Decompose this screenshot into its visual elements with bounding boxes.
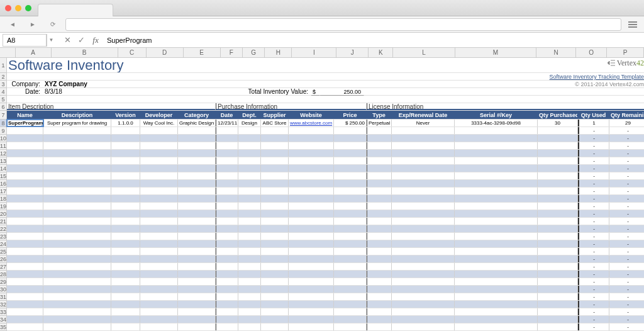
- cell[interactable]: [111, 150, 140, 157]
- cell[interactable]: -: [609, 271, 644, 278]
- cell[interactable]: [238, 301, 261, 308]
- cell[interactable]: [334, 180, 367, 187]
- table-row[interactable]: --: [7, 233, 644, 240]
- cell[interactable]: [538, 271, 578, 278]
- cell[interactable]: [7, 127, 43, 134]
- cell[interactable]: [111, 248, 140, 255]
- cell[interactable]: [392, 157, 455, 164]
- cell[interactable]: [367, 210, 392, 217]
- cell[interactable]: [455, 142, 538, 149]
- cell[interactable]: [289, 142, 334, 149]
- cell[interactable]: -: [578, 150, 609, 157]
- table-row[interactable]: --: [7, 263, 644, 271]
- table-row[interactable]: --: [7, 278, 644, 286]
- cell[interactable]: [238, 203, 261, 210]
- cell[interactable]: -: [609, 203, 644, 210]
- cell[interactable]: [7, 271, 43, 278]
- cell[interactable]: [455, 210, 538, 217]
- cell[interactable]: [289, 180, 334, 187]
- row-header[interactable]: 21: [0, 218, 6, 225]
- cell[interactable]: [140, 286, 178, 293]
- cell[interactable]: [111, 316, 140, 323]
- cell[interactable]: [334, 210, 367, 217]
- cell[interactable]: [538, 316, 578, 323]
- cell[interactable]: [538, 210, 578, 217]
- cell-dept[interactable]: Design: [238, 120, 261, 126]
- cell[interactable]: [178, 286, 216, 293]
- table-row[interactable]: --: [7, 150, 644, 157]
- cell-price[interactable]: $ 250.00: [334, 120, 367, 126]
- cell[interactable]: [238, 286, 261, 293]
- cell[interactable]: [216, 286, 238, 293]
- cell[interactable]: [334, 316, 367, 323]
- cell[interactable]: -: [578, 135, 609, 142]
- row-header[interactable]: 35: [0, 323, 6, 331]
- cell[interactable]: [140, 172, 178, 179]
- cell[interactable]: -: [578, 278, 609, 285]
- cell[interactable]: [43, 157, 111, 164]
- cell[interactable]: -: [609, 293, 644, 300]
- cell[interactable]: [392, 248, 455, 255]
- cell[interactable]: [216, 127, 238, 134]
- cell-name-selected[interactable]: SuperProgram: [7, 120, 43, 126]
- cell-date[interactable]: 12/23/11: [216, 120, 238, 126]
- cell[interactable]: [178, 263, 216, 270]
- cell[interactable]: [334, 218, 367, 225]
- cell[interactable]: [43, 225, 111, 232]
- cell[interactable]: [289, 135, 334, 142]
- cell[interactable]: [43, 316, 111, 323]
- cell[interactable]: [367, 180, 392, 187]
- cell[interactable]: [455, 271, 538, 278]
- cell[interactable]: [7, 210, 43, 217]
- cell[interactable]: [455, 286, 538, 293]
- cell[interactable]: [7, 240, 43, 247]
- cell[interactable]: -: [609, 233, 644, 240]
- cell[interactable]: [367, 165, 392, 172]
- cell[interactable]: [289, 301, 334, 308]
- cell[interactable]: [216, 316, 238, 323]
- table-row[interactable]: --: [7, 203, 644, 210]
- cell[interactable]: [238, 165, 261, 172]
- name-box-dropdown-icon[interactable]: ▼: [47, 34, 55, 47]
- cell[interactable]: [216, 263, 238, 270]
- cell[interactable]: [392, 233, 455, 240]
- cell[interactable]: [455, 308, 538, 315]
- cell[interactable]: [392, 180, 455, 187]
- cell[interactable]: [178, 203, 216, 210]
- col-header[interactable]: P: [607, 48, 644, 57]
- cell[interactable]: [392, 278, 455, 285]
- cell[interactable]: [455, 240, 538, 247]
- cell[interactable]: [238, 323, 261, 330]
- cell[interactable]: [7, 316, 43, 323]
- cell[interactable]: [289, 293, 334, 300]
- cell[interactable]: [140, 255, 178, 262]
- cell[interactable]: [7, 263, 43, 270]
- cell[interactable]: [216, 248, 238, 255]
- cell[interactable]: [367, 233, 392, 240]
- cell[interactable]: [178, 301, 216, 308]
- row-header[interactable]: 8: [0, 120, 6, 127]
- cell[interactable]: -: [578, 142, 609, 149]
- cell[interactable]: [43, 172, 111, 179]
- cell[interactable]: [367, 157, 392, 164]
- cell[interactable]: [455, 188, 538, 194]
- cell[interactable]: [238, 172, 261, 179]
- cell[interactable]: [238, 218, 261, 225]
- cell[interactable]: [261, 127, 289, 134]
- cell[interactable]: [367, 278, 392, 285]
- table-row[interactable]: --: [7, 218, 644, 225]
- table-row[interactable]: --: [7, 323, 644, 331]
- cell[interactable]: [334, 248, 367, 255]
- cell[interactable]: [43, 218, 111, 225]
- browser-menu-button[interactable]: [626, 18, 639, 31]
- cell[interactable]: [367, 286, 392, 293]
- cell[interactable]: [216, 323, 238, 330]
- table-row[interactable]: --: [7, 142, 644, 150]
- cell[interactable]: [538, 165, 578, 172]
- cell[interactable]: [455, 255, 538, 262]
- cell[interactable]: [111, 210, 140, 217]
- cell-version[interactable]: 1.1.0.0: [111, 120, 140, 126]
- cell[interactable]: [261, 188, 289, 194]
- cell[interactable]: [261, 203, 289, 210]
- cell[interactable]: [43, 255, 111, 262]
